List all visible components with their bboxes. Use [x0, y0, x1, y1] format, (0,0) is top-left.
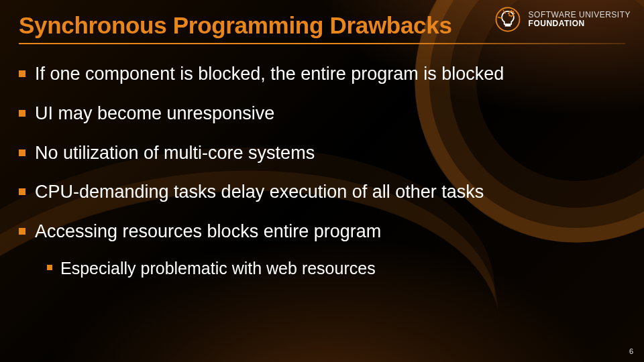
brand-text: SOFTWARE UNIVERSITY FOUNDATION — [529, 11, 631, 27]
svg-line-7 — [508, 11, 509, 12]
list-item: UI may become unresponsive — [19, 103, 625, 125]
bullet-text: Especially problematic with web resource… — [60, 259, 376, 278]
list-item: CPU-demanding tasks delay execution of a… — [19, 181, 625, 204]
title-underline — [19, 43, 625, 44]
bullet-text: Accessing resources blocks entire progra… — [35, 221, 381, 241]
list-item: Accessing resources blocks entire progra… — [19, 221, 625, 279]
svg-line-9 — [508, 15, 509, 16]
svg-rect-1 — [504, 25, 511, 27]
bullet-text: UI may become unresponsive — [35, 103, 274, 123]
list-item: No utilization of multi-core systems — [19, 142, 625, 165]
list-item: If one component is blocked, the entire … — [19, 63, 625, 86]
brand-logo: SOFTWARE UNIVERSITY FOUNDATION — [494, 5, 631, 34]
slide: SOFTWARE UNIVERSITY FOUNDATION Synchrono… — [0, 0, 644, 362]
sub-bullet-list: Especially problematic with web resource… — [47, 258, 625, 279]
brand-line-2: FOUNDATION — [529, 19, 631, 28]
list-item: Especially problematic with web resource… — [47, 258, 625, 279]
svg-line-8 — [513, 15, 513, 16]
bullet-text: If one component is blocked, the entire … — [35, 64, 504, 84]
page-number: 6 — [629, 347, 633, 355]
svg-line-10 — [513, 11, 513, 12]
lightbulb-gear-icon — [494, 5, 522, 34]
bullet-list: If one component is blocked, the entire … — [19, 63, 625, 279]
bullet-text: No utilization of multi-core systems — [35, 143, 315, 163]
bullet-text: CPU-demanding tasks delay execution of a… — [35, 182, 484, 202]
svg-line-12 — [498, 17, 502, 19]
